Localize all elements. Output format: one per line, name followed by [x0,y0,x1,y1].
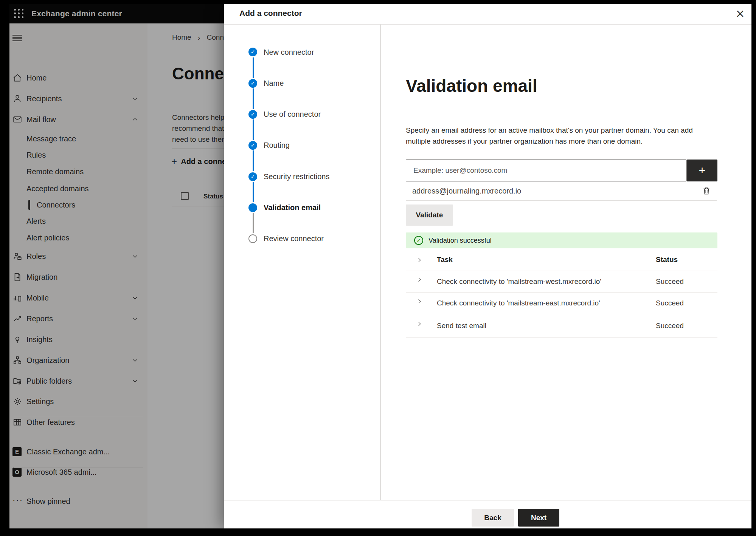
step-done-icon [248,48,257,56]
status-value: Succeed [656,277,684,286]
step-upcoming-icon [248,234,257,243]
banner-message: Validation successful [428,237,492,245]
status-column-header: Status [656,256,678,264]
expand-row-chevron-icon[interactable] [416,321,423,327]
step-description: Specify an email address for an active m… [406,125,708,147]
step-done-icon [248,172,257,181]
validation-success-banner: ✓ Validation successful [406,232,717,248]
expand-all-chevron-icon[interactable] [416,257,423,263]
step-done-icon [248,79,257,88]
validate-button[interactable]: Validate [406,204,453,226]
close-icon[interactable]: × [732,5,748,22]
step-connector-line [253,182,254,202]
expand-row-chevron-icon[interactable] [416,276,423,283]
table-header-row: Task Status [406,251,717,271]
email-entry-row: + [406,160,717,181]
step-connector-line [253,88,254,109]
step-done-icon [248,141,257,150]
expand-row-chevron-icon[interactable] [416,298,423,305]
step-current-icon [248,203,257,212]
added-email-address: address@journaling.mxrecord.io [412,187,521,195]
dialog-title: Add a connector [239,9,302,18]
next-button[interactable]: Next [518,509,559,527]
step-connector-line [253,57,254,78]
task-column-header: Task [437,256,453,264]
added-address-row: address@journaling.mxrecord.io [406,183,717,200]
success-check-icon: ✓ [414,236,423,245]
table-row[interactable]: Check connectivity to 'mailstream-east.m… [406,292,717,315]
step-done-icon [248,110,257,119]
wizard-content-divider [380,25,381,500]
step-connector-line [253,119,254,140]
added-address-divider [406,200,717,201]
delete-address-icon[interactable] [701,186,712,197]
status-value: Succeed [656,299,684,307]
dialog-footer-divider [224,500,751,500]
exchange-admin-window: Exchange admin center Home Recipients Ma… [9,4,751,528]
dialog-header-divider [224,24,751,25]
back-button[interactable]: Back [472,509,514,527]
add-connector-dialog: Add a connector × New connector Name Use… [224,4,751,528]
table-row[interactable]: Send test email Succeed [406,315,717,338]
step-page-title: Validation email [406,76,537,96]
table-row[interactable]: Check connectivity to 'mailstream-west.m… [406,271,717,292]
step-connector-line-upcoming [253,213,254,233]
step-connector-line [253,150,254,171]
status-value: Succeed [656,322,684,330]
email-address-input[interactable] [406,160,687,181]
add-email-button[interactable]: + [687,160,717,181]
